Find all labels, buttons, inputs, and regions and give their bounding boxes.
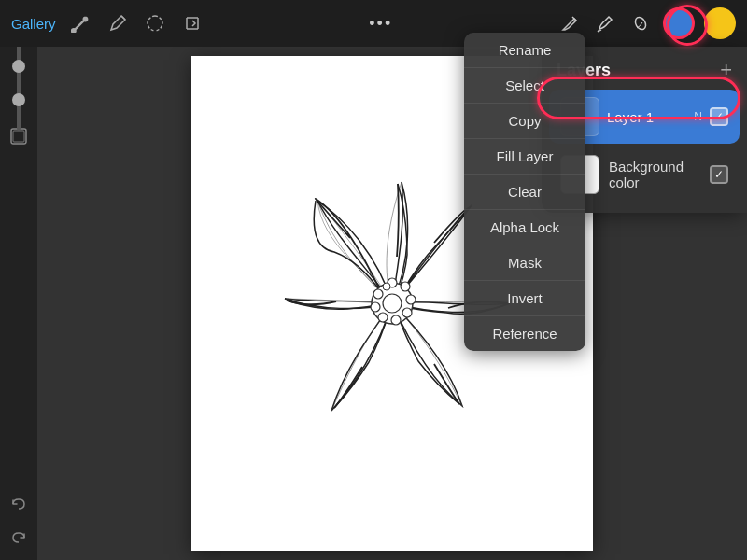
svg-point-8 [402,308,412,317]
layer-1-mode: N [694,110,702,123]
svg-point-10 [378,313,388,322]
layer-1-name: Layer 1 [607,109,686,125]
context-menu-alpha-lock[interactable]: Alpha Lock [464,210,585,245]
svg-point-6 [401,282,410,291]
toolbar-left: Gallery [11,10,205,36]
smudge-tool-icon[interactable] [627,10,654,36]
gallery-button[interactable]: Gallery [11,16,56,32]
svg-point-4 [383,294,402,313]
context-menu-reference[interactable]: Reference [464,316,585,351]
context-menu-invert[interactable]: Invert [464,281,585,316]
background-layer-checkbox[interactable] [710,165,728,184]
transform-icon[interactable] [179,10,205,36]
svg-rect-2 [13,131,24,142]
context-menu-fill-layer[interactable]: Fill Layer [464,139,585,175]
modify-icon[interactable] [105,10,131,36]
context-menu: Rename Select Copy Fill Layer Clear Alph… [464,33,585,351]
wrench-icon[interactable] [67,10,93,36]
top-toolbar: Gallery ••• [0,0,747,47]
sidebar-opacity-slider[interactable] [6,90,32,116]
undo-button[interactable] [6,491,32,517]
layer-1-info: Layer 1 [607,109,686,125]
context-menu-clear[interactable]: Clear [464,175,585,210]
select-icon[interactable] [142,10,168,36]
toolbar-right [557,7,736,39]
primary-color-swatch[interactable] [663,7,695,39]
secondary-color-swatch[interactable] [704,7,736,39]
svg-point-13 [383,283,390,290]
context-menu-select[interactable]: Select [464,68,585,104]
svg-point-0 [633,15,648,31]
svg-point-9 [391,315,401,325]
background-layer-name: Background color [609,159,700,190]
left-sidebar [0,47,37,560]
svg-point-12 [374,289,383,299]
add-layer-button[interactable]: + [720,60,732,80]
toolbar-center: ••• [369,14,392,34]
svg-point-11 [371,302,380,312]
context-menu-mask[interactable]: Mask [464,245,585,281]
svg-point-7 [406,295,416,304]
redo-button[interactable] [6,525,32,551]
layer-1-visibility-checkbox[interactable] [710,107,728,126]
context-menu-rename[interactable]: Rename [464,33,585,68]
three-dots-menu[interactable]: ••• [369,14,392,34]
context-menu-copy[interactable]: Copy [464,104,585,139]
brush-tool-icon[interactable] [592,10,618,36]
